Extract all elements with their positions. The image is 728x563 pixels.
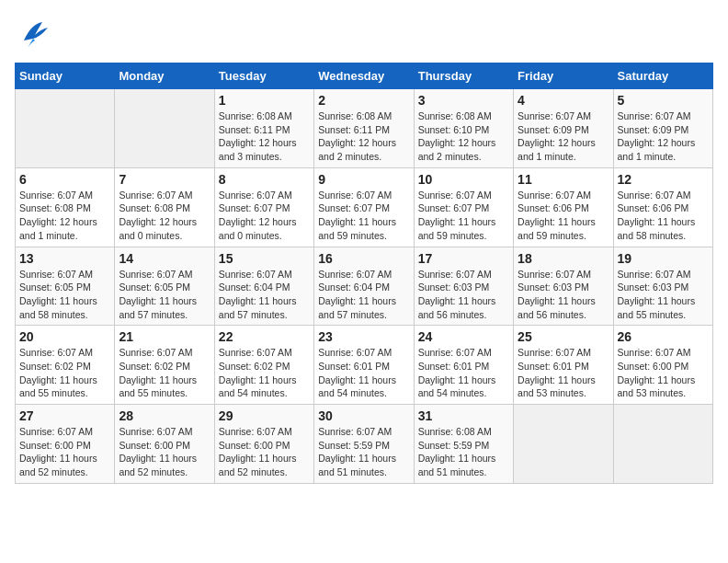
- day-number: 3: [418, 93, 509, 108]
- day-number: 19: [618, 251, 709, 266]
- day-number: 5: [618, 93, 709, 108]
- day-number: 23: [318, 329, 409, 344]
- day-number: 20: [19, 329, 110, 344]
- calendar-cell: 22Sunrise: 6:07 AM Sunset: 6:02 PM Dayli…: [214, 326, 313, 405]
- day-of-week-header: Thursday: [414, 63, 513, 89]
- calendar-cell: [613, 405, 712, 484]
- day-number: 4: [518, 93, 609, 108]
- day-number: 10: [418, 172, 509, 187]
- day-number: 18: [518, 251, 609, 266]
- calendar-cell: 25Sunrise: 6:07 AM Sunset: 6:01 PM Dayli…: [514, 326, 613, 405]
- day-number: 26: [618, 329, 709, 344]
- calendar-week-row: 27Sunrise: 6:07 AM Sunset: 6:00 PM Dayli…: [16, 405, 713, 484]
- calendar-cell: 29Sunrise: 6:07 AM Sunset: 6:00 PM Dayli…: [214, 405, 313, 484]
- logo: [15, 15, 55, 52]
- calendar-table: SundayMondayTuesdayWednesdayThursdayFrid…: [15, 63, 713, 484]
- day-number: 7: [119, 172, 210, 187]
- day-number: 28: [119, 408, 210, 423]
- calendar-week-row: 6Sunrise: 6:07 AM Sunset: 6:08 PM Daylig…: [16, 167, 713, 247]
- day-detail: Sunrise: 6:08 AM Sunset: 6:10 PM Dayligh…: [418, 109, 509, 164]
- calendar-week-row: 20Sunrise: 6:07 AM Sunset: 6:02 PM Dayli…: [16, 326, 713, 405]
- day-detail: Sunrise: 6:07 AM Sunset: 6:01 PM Dayligh…: [318, 346, 409, 400]
- calendar-cell: 30Sunrise: 6:07 AM Sunset: 5:59 PM Dayli…: [314, 405, 414, 484]
- calendar-cell: 20Sunrise: 6:07 AM Sunset: 6:02 PM Dayli…: [16, 326, 115, 405]
- calendar-cell: 5Sunrise: 6:07 AM Sunset: 6:09 PM Daylig…: [613, 89, 712, 168]
- day-detail: Sunrise: 6:07 AM Sunset: 6:03 PM Dayligh…: [418, 268, 509, 322]
- day-number: 31: [418, 408, 509, 423]
- day-of-week-header: Friday: [514, 63, 613, 89]
- calendar-cell: 3Sunrise: 6:08 AM Sunset: 6:10 PM Daylig…: [414, 89, 513, 168]
- day-number: 14: [119, 251, 210, 266]
- day-number: 6: [19, 172, 110, 187]
- day-detail: Sunrise: 6:07 AM Sunset: 6:09 PM Dayligh…: [618, 109, 709, 164]
- day-number: 30: [318, 408, 409, 423]
- day-detail: Sunrise: 6:07 AM Sunset: 6:05 PM Dayligh…: [19, 268, 110, 322]
- day-detail: Sunrise: 6:07 AM Sunset: 6:06 PM Dayligh…: [518, 189, 609, 243]
- day-detail: Sunrise: 6:07 AM Sunset: 6:04 PM Dayligh…: [318, 268, 409, 322]
- day-number: 2: [318, 93, 409, 108]
- calendar-cell: 28Sunrise: 6:07 AM Sunset: 6:00 PM Dayli…: [115, 405, 214, 484]
- calendar-cell: 18Sunrise: 6:07 AM Sunset: 6:03 PM Dayli…: [514, 247, 613, 326]
- calendar-cell: 19Sunrise: 6:07 AM Sunset: 6:03 PM Dayli…: [613, 247, 712, 326]
- day-detail: Sunrise: 6:07 AM Sunset: 6:02 PM Dayligh…: [19, 346, 110, 400]
- calendar-cell: 14Sunrise: 6:07 AM Sunset: 6:05 PM Dayli…: [115, 247, 214, 326]
- calendar-week-row: 1Sunrise: 6:08 AM Sunset: 6:11 PM Daylig…: [16, 89, 713, 168]
- day-number: 21: [119, 329, 210, 344]
- calendar-cell: 23Sunrise: 6:07 AM Sunset: 6:01 PM Dayli…: [314, 326, 414, 405]
- calendar-cell: 8Sunrise: 6:07 AM Sunset: 6:07 PM Daylig…: [214, 167, 313, 247]
- day-detail: Sunrise: 6:07 AM Sunset: 6:08 PM Dayligh…: [19, 189, 110, 243]
- day-detail: Sunrise: 6:07 AM Sunset: 6:06 PM Dayligh…: [618, 189, 709, 243]
- day-detail: Sunrise: 6:07 AM Sunset: 6:09 PM Dayligh…: [518, 109, 609, 164]
- calendar-cell: 6Sunrise: 6:07 AM Sunset: 6:08 PM Daylig…: [16, 167, 115, 247]
- page-header: [15, 15, 713, 52]
- calendar-cell: [16, 89, 115, 168]
- day-detail: Sunrise: 6:07 AM Sunset: 5:59 PM Dayligh…: [318, 425, 409, 479]
- day-detail: Sunrise: 6:07 AM Sunset: 6:04 PM Dayligh…: [219, 268, 310, 322]
- calendar-cell: 15Sunrise: 6:07 AM Sunset: 6:04 PM Dayli…: [214, 247, 313, 326]
- calendar-cell: 26Sunrise: 6:07 AM Sunset: 6:00 PM Dayli…: [613, 326, 712, 405]
- calendar-cell: [514, 405, 613, 484]
- calendar-cell: 13Sunrise: 6:07 AM Sunset: 6:05 PM Dayli…: [16, 247, 115, 326]
- day-number: 12: [618, 172, 709, 187]
- day-number: 24: [418, 329, 509, 344]
- day-detail: Sunrise: 6:07 AM Sunset: 6:03 PM Dayligh…: [618, 268, 709, 322]
- calendar-cell: 7Sunrise: 6:07 AM Sunset: 6:08 PM Daylig…: [115, 167, 214, 247]
- day-of-week-header: Sunday: [16, 63, 115, 89]
- day-of-week-header: Monday: [115, 63, 214, 89]
- day-detail: Sunrise: 6:08 AM Sunset: 6:11 PM Dayligh…: [318, 109, 409, 164]
- calendar-header-row: SundayMondayTuesdayWednesdayThursdayFrid…: [16, 63, 713, 89]
- day-detail: Sunrise: 6:07 AM Sunset: 6:05 PM Dayligh…: [119, 268, 210, 322]
- calendar-cell: 1Sunrise: 6:08 AM Sunset: 6:11 PM Daylig…: [214, 89, 313, 168]
- day-number: 17: [418, 251, 509, 266]
- calendar-cell: 12Sunrise: 6:07 AM Sunset: 6:06 PM Dayli…: [613, 167, 712, 247]
- day-detail: Sunrise: 6:08 AM Sunset: 5:59 PM Dayligh…: [418, 425, 509, 479]
- day-detail: Sunrise: 6:07 AM Sunset: 6:00 PM Dayligh…: [19, 425, 110, 479]
- day-number: 27: [19, 408, 110, 423]
- calendar-cell: 27Sunrise: 6:07 AM Sunset: 6:00 PM Dayli…: [16, 405, 115, 484]
- calendar-cell: 10Sunrise: 6:07 AM Sunset: 6:07 PM Dayli…: [414, 167, 513, 247]
- day-detail: Sunrise: 6:07 AM Sunset: 6:00 PM Dayligh…: [618, 346, 709, 400]
- day-detail: Sunrise: 6:08 AM Sunset: 6:11 PM Dayligh…: [219, 109, 310, 164]
- day-number: 1: [219, 93, 310, 108]
- logo-icon: [15, 15, 51, 52]
- calendar-cell: 21Sunrise: 6:07 AM Sunset: 6:02 PM Dayli…: [115, 326, 214, 405]
- day-detail: Sunrise: 6:07 AM Sunset: 6:00 PM Dayligh…: [119, 425, 210, 479]
- calendar-cell: 9Sunrise: 6:07 AM Sunset: 6:07 PM Daylig…: [314, 167, 414, 247]
- day-number: 9: [318, 172, 409, 187]
- day-number: 22: [219, 329, 310, 344]
- day-number: 11: [518, 172, 609, 187]
- calendar-cell: 4Sunrise: 6:07 AM Sunset: 6:09 PM Daylig…: [514, 89, 613, 168]
- calendar-week-row: 13Sunrise: 6:07 AM Sunset: 6:05 PM Dayli…: [16, 247, 713, 326]
- day-of-week-header: Wednesday: [314, 63, 414, 89]
- day-detail: Sunrise: 6:07 AM Sunset: 6:02 PM Dayligh…: [119, 346, 210, 400]
- day-number: 8: [219, 172, 310, 187]
- day-detail: Sunrise: 6:07 AM Sunset: 6:08 PM Dayligh…: [119, 189, 210, 243]
- day-detail: Sunrise: 6:07 AM Sunset: 6:07 PM Dayligh…: [418, 189, 509, 243]
- calendar-body: 1Sunrise: 6:08 AM Sunset: 6:11 PM Daylig…: [16, 89, 713, 484]
- day-of-week-header: Saturday: [613, 63, 712, 89]
- day-detail: Sunrise: 6:07 AM Sunset: 6:02 PM Dayligh…: [219, 346, 310, 400]
- day-of-week-header: Tuesday: [214, 63, 313, 89]
- calendar-cell: 16Sunrise: 6:07 AM Sunset: 6:04 PM Dayli…: [314, 247, 414, 326]
- calendar-cell: 2Sunrise: 6:08 AM Sunset: 6:11 PM Daylig…: [314, 89, 414, 168]
- day-detail: Sunrise: 6:07 AM Sunset: 6:01 PM Dayligh…: [418, 346, 509, 400]
